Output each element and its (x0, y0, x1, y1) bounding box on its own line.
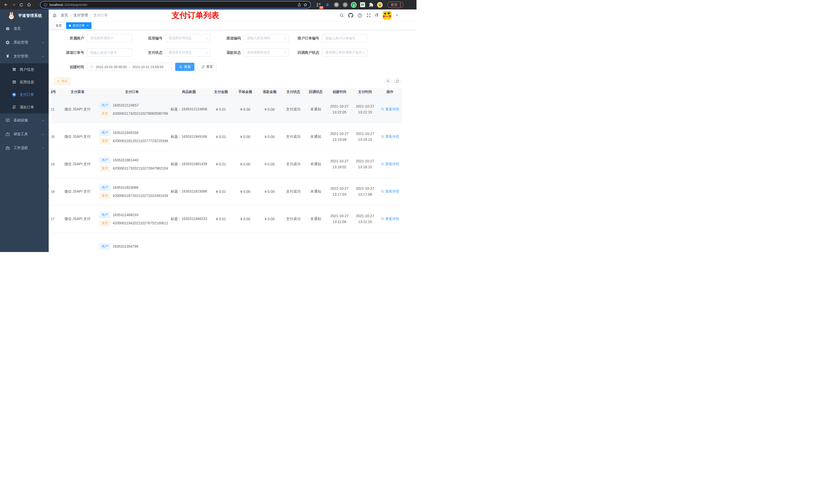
star-icon[interactable] (303, 3, 307, 7)
channel-code-select[interactable]: 请输入渠道编码 (244, 34, 289, 42)
kite-icon[interactable] (325, 2, 330, 8)
close-icon[interactable]: × (87, 24, 89, 27)
channel-order-no-input[interactable] (90, 51, 130, 54)
chat-icon[interactable] (360, 2, 365, 8)
reload-icon[interactable] (18, 2, 25, 8)
table-row[interactable]: 20 微信 JSAPI 支付 商户1635311949168 支付4200001… (51, 123, 402, 150)
page-title-annotation: 支付订单列表 (172, 10, 219, 21)
sidebar-item-app-info[interactable]: 应用信息 (0, 76, 49, 88)
puzzle-icon[interactable] (368, 2, 374, 8)
cell-order: 商户1635311468233 支付4200001194202110276752… (95, 210, 169, 228)
dashboard-icon (5, 26, 10, 31)
table-row[interactable]: 18 微信 JSAPI 支付 商户1635311823086 支付4200001… (51, 178, 402, 206)
y-logo-icon[interactable]: y (351, 2, 357, 8)
cell-amount: ¥ 0.01 (209, 135, 233, 139)
cell-status: 支付成功 (282, 162, 305, 166)
show-search-toggle-button[interactable] (384, 78, 392, 85)
cell-refund: ¥ 0.00 (257, 162, 282, 166)
table-row[interactable]: 19 微信 JSAPI 支付 商户1635311881440 支付4200001… (51, 150, 402, 178)
view-detail-link[interactable]: 查看详情 (381, 189, 399, 194)
sidebar-item-refund-order[interactable]: 退款订单 (0, 101, 49, 114)
cell-channel: 微信 JSAPI 支付 (60, 135, 95, 139)
tab-pay-order[interactable]: 支付订单 × (66, 22, 91, 29)
share-icon[interactable] (298, 3, 301, 7)
cell-id: 18 (51, 190, 60, 194)
create-time-range-picker[interactable]: 2021-10-01 00:00:00 - 2021-10-31 23:59:5… (87, 63, 172, 71)
info-icon[interactable] (44, 3, 47, 7)
fullscreen-icon[interactable] (366, 13, 371, 18)
merchant-select[interactable]: 请选择所属商户 (87, 34, 132, 42)
search-button[interactable]: 搜索 (175, 63, 194, 71)
refund-status-select[interactable]: 请选择退款状态 (244, 48, 289, 56)
reset-label: 重置 (206, 65, 213, 69)
caret-down-icon[interactable] (396, 14, 398, 16)
breadcrumb-home[interactable]: 首页 (61, 13, 68, 18)
back-icon[interactable] (3, 2, 9, 8)
view-detail-link[interactable]: 查看详情 (381, 107, 399, 112)
update-button[interactable]: 更新 (387, 2, 403, 8)
forward-icon[interactable] (10, 2, 17, 8)
cell-amount: ¥ 0.01 (209, 162, 233, 166)
merchant-order-no-input-box[interactable] (322, 34, 367, 42)
pay-tag: 支付 (99, 111, 111, 117)
search-icon[interactable] (339, 13, 344, 18)
col-status: 支付状态 (282, 90, 305, 94)
cell-amount: ¥ 0.01 (209, 217, 233, 221)
export-button[interactable]: 导出 (54, 78, 70, 85)
reset-button[interactable]: 重置 (197, 63, 217, 71)
home-icon[interactable] (26, 2, 32, 8)
magnifier-icon (381, 190, 384, 193)
app-select[interactable]: 请选择应用信息 (165, 34, 211, 42)
merchant-label: 所属商户 (54, 34, 87, 42)
app-logo-row: 芋道管理系统 (0, 9, 49, 22)
sidebar-item-workflow[interactable]: 工作流程 (0, 141, 49, 155)
channel-order-no-input-box[interactable] (87, 48, 132, 56)
chevron-down-icon (42, 119, 45, 122)
merchant-order-no-input[interactable] (325, 37, 365, 40)
tab-label: 支付订单 (72, 24, 85, 28)
sidebar-item-payment[interactable]: ¥ 支付管理 (0, 49, 49, 63)
magnifier-icon (381, 135, 384, 138)
view-detail-link[interactable]: 查看详情 (381, 217, 399, 221)
view-detail-link[interactable]: 查看详情 (381, 162, 399, 166)
sidebar-item-pay-order[interactable]: ¥ 支付订单 (0, 88, 49, 101)
table-row[interactable]: 17 微信 JSAPI 支付 商户1635311468233 支付4200001… (51, 206, 402, 233)
github-icon[interactable] (348, 13, 353, 18)
table-row[interactable]: 21 微信 JSAPI 支付 商户1635312124657 支付4200001… (51, 96, 402, 123)
extension-badge-icon[interactable]: 10 (316, 2, 322, 8)
sidebar-item-system[interactable]: 系统管理 (0, 35, 49, 49)
command-icon[interactable]: ⌘ (334, 2, 339, 8)
merchant-order-no-label: 商户订单编号 (289, 34, 322, 42)
cell-created: 2021-10-2713:22:05 (327, 103, 352, 115)
url-bar[interactable]: localhost:1024/pay/order (40, 1, 311, 8)
cell-status: 支付成功 (282, 107, 305, 112)
pay-status-select[interactable]: 请选择支付状态 (165, 48, 211, 56)
help-icon[interactable] (357, 13, 362, 18)
sidebar-item-label: 基础设施 (14, 118, 28, 123)
font-size-icon[interactable]: tT (375, 13, 379, 18)
refresh-table-button[interactable] (394, 78, 401, 85)
chevron-down-icon (206, 51, 208, 54)
cell-refund: ¥ 0.00 (257, 107, 282, 112)
sidebar-item-merchant-info[interactable]: 商户信息 (0, 63, 49, 76)
user-avatar[interactable] (383, 11, 391, 20)
extension-badge-count: 10 (319, 6, 324, 9)
tab-home[interactable]: 首页 (53, 22, 65, 29)
chevron-down-icon (206, 37, 208, 40)
sidebar-item-label: 支付订单 (20, 93, 34, 97)
sidebar-item-devtools[interactable]: 研发工具 (0, 127, 49, 141)
cell-channel: 微信 JSAPI 支付 (60, 107, 95, 112)
sidebar: 芋道管理系统 首页 系统管理 ¥ 支付管理 商户信息 应用信息 (0, 9, 49, 252)
record-dot-icon[interactable] (342, 2, 348, 8)
table-header: 编号 支付渠道 支付订单 商品标题 支付金额 手续金额 退款金额 支付状态 回调… (51, 88, 402, 96)
breadcrumb-pay[interactable]: 支付管理 (73, 13, 88, 18)
date-end: 2021-10-31 23:59:59 (133, 65, 163, 69)
collapse-sidebar-icon[interactable] (52, 13, 57, 18)
notify-status-select[interactable]: 请选择订单回调商户状态 (322, 48, 367, 56)
sidebar-item-infra[interactable]: 基础设施 (0, 114, 49, 127)
emoji-avatar[interactable] (377, 2, 383, 8)
table-row[interactable]: 商户1635311354796 (51, 233, 402, 252)
view-detail-link[interactable]: 查看详情 (381, 135, 399, 139)
sidebar-item-label: 支付管理 (14, 54, 28, 58)
sidebar-item-home[interactable]: 首页 (0, 22, 49, 35)
